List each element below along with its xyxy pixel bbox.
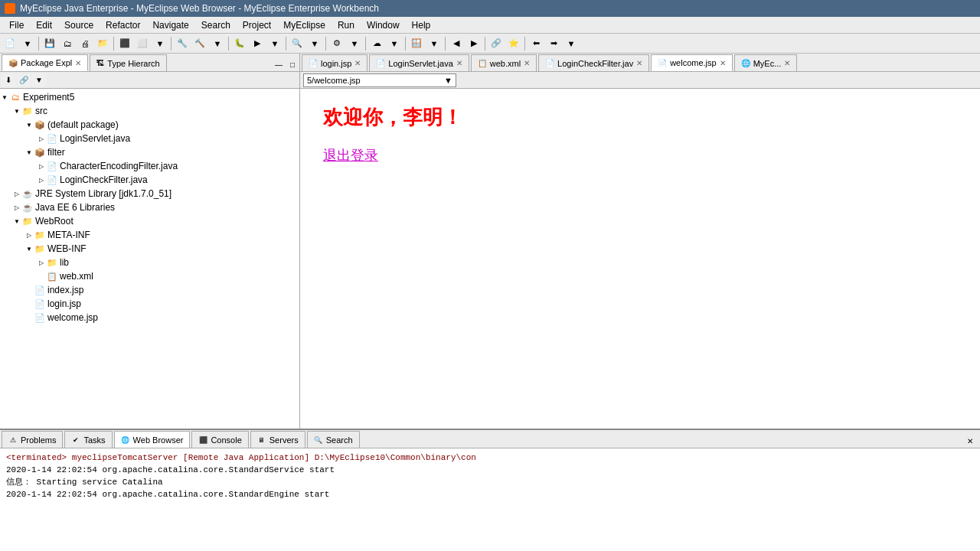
- menu-item-file[interactable]: File: [3, 18, 30, 32]
- toolbar-save[interactable]: 💾: [41, 35, 58, 52]
- tree-item[interactable]: ▷📄CharacterEncodingFilter.java: [0, 159, 299, 173]
- menu-item-search[interactable]: Search: [195, 18, 237, 32]
- path-dropdown[interactable]: 5/welcome.jsp ▼: [303, 73, 456, 87]
- tree-item[interactable]: ▷📁META-INF: [0, 228, 299, 242]
- tree-item[interactable]: ▼📁src: [0, 104, 299, 118]
- panel-view-menu-btn[interactable]: ▼: [32, 73, 46, 87]
- tree-arrow[interactable]: ▼: [12, 217, 21, 226]
- bottom-tab-web-browser[interactable]: 🌐Web Browser: [114, 431, 191, 448]
- menu-item-help[interactable]: Help: [406, 18, 437, 32]
- editor-tab-2[interactable]: 📋web.xml✕: [471, 54, 537, 71]
- toolbar-search2[interactable]: ▼: [306, 35, 323, 52]
- tree-item[interactable]: ▼📦filter: [0, 145, 299, 159]
- editor-tab-close-2[interactable]: ✕: [524, 59, 530, 67]
- bottom-tab-servers[interactable]: 🖥Servers: [250, 431, 305, 448]
- editor-tab-4[interactable]: 📄welcome.jsp✕: [651, 54, 733, 71]
- collapse-all-btn[interactable]: ⬇: [2, 73, 15, 87]
- toolbar-btn8[interactable]: ▼: [209, 35, 226, 52]
- toolbar-btn7[interactable]: 🔨: [191, 35, 208, 52]
- menu-item-project[interactable]: Project: [237, 18, 277, 32]
- tree-arrow[interactable]: ▼: [24, 244, 34, 253]
- editor-tab-close-1[interactable]: ✕: [456, 59, 462, 67]
- logout-link[interactable]: 退出登录: [323, 146, 957, 165]
- menu-item-edit[interactable]: Edit: [30, 18, 58, 32]
- toolbar-perspective[interactable]: 🪟: [408, 35, 425, 52]
- tab-type-hierarchy[interactable]: 🏗 Type Hierarch: [90, 54, 166, 71]
- tree-arrow[interactable]: ▼: [0, 93, 9, 102]
- toolbar-btn3[interactable]: ⬛: [116, 35, 133, 52]
- toolbar-save-all[interactable]: 🗂: [59, 35, 76, 52]
- tree-arrow[interactable]: ▷: [37, 175, 46, 184]
- toolbar-new2[interactable]: ▼: [19, 35, 36, 52]
- toolbar-deploy2[interactable]: ▼: [386, 35, 403, 52]
- tree-item[interactable]: ▼📁WEB-INF: [0, 242, 299, 256]
- toolbar-new[interactable]: 📄: [2, 35, 18, 52]
- tree-item[interactable]: ▼🗂Experiment5: [0, 90, 299, 104]
- tree-item[interactable]: 📄login.jsp: [0, 297, 299, 311]
- tree-arrow[interactable]: ▷: [24, 230, 34, 240]
- tree-arrow[interactable]: ▼: [12, 106, 21, 116]
- editor-tab-1[interactable]: 📄LoginServlet.java✕: [369, 54, 469, 71]
- tree-item[interactable]: 📄welcome.jsp: [0, 311, 299, 324]
- menu-item-navigate[interactable]: Navigate: [146, 18, 194, 32]
- toolbar-extra3[interactable]: ⬅: [528, 35, 544, 52]
- tree-arrow[interactable]: ▼: [24, 148, 34, 157]
- editor-tab-0[interactable]: 📄login.jsp✕: [302, 54, 368, 71]
- toolbar-search[interactable]: 🔍: [289, 35, 305, 52]
- tree-item[interactable]: ▷📄LoginServlet.java: [0, 132, 299, 145]
- toolbar-extra5[interactable]: ▼: [563, 35, 580, 52]
- tree-item[interactable]: 📋web.xml: [0, 269, 299, 283]
- toolbar-run2[interactable]: ▼: [266, 35, 283, 52]
- tree-item[interactable]: 📄index.jsp: [0, 283, 299, 297]
- bottom-tab-search[interactable]: 🔍Search: [307, 431, 360, 448]
- toolbar-debug[interactable]: 🐛: [231, 35, 248, 52]
- toolbar-extra1[interactable]: 🔗: [488, 35, 505, 52]
- toolbar-extra2[interactable]: ⭐: [505, 35, 522, 52]
- tree-arrow[interactable]: ▷: [37, 161, 46, 171]
- editor-tab-close-3[interactable]: ✕: [636, 59, 642, 67]
- tree-item[interactable]: ▷📁lib: [0, 256, 299, 269]
- tree-arrow[interactable]: ▷: [37, 258, 46, 267]
- bottom-minimize-btn[interactable]: ✕: [963, 434, 977, 448]
- menu-item-source[interactable]: Source: [58, 18, 100, 32]
- toolbar-deploy[interactable]: ☁: [368, 35, 385, 52]
- toolbar-git[interactable]: ⚙: [328, 35, 345, 52]
- toolbar-extra4[interactable]: ➡: [545, 35, 562, 52]
- editor-tab-3[interactable]: 📄LoginCheckFilter.jav✕: [538, 54, 649, 71]
- toolbar-btn6[interactable]: 🔧: [174, 35, 191, 52]
- toolbar-open[interactable]: 📁: [94, 35, 111, 52]
- toolbar-btn5[interactable]: ▼: [152, 35, 168, 52]
- menu-item-refactor[interactable]: Refactor: [100, 18, 146, 32]
- tree-arrow[interactable]: ▼: [24, 120, 34, 129]
- editor-tab-close-4[interactable]: ✕: [720, 59, 726, 67]
- menu-item-myeclipse[interactable]: MyEclipse: [277, 18, 332, 32]
- tree-item[interactable]: ▼📦(default package): [0, 118, 299, 132]
- toolbar-perspective2[interactable]: ▼: [426, 35, 443, 52]
- maximize-panel-btn[interactable]: □: [286, 57, 299, 71]
- editor-tab-close-5[interactable]: ✕: [784, 59, 790, 67]
- tree-item[interactable]: ▷📄LoginCheckFilter.java: [0, 173, 299, 187]
- toolbar-git2[interactable]: ▼: [346, 35, 363, 52]
- bottom-tab-tasks[interactable]: ✔Tasks: [64, 431, 112, 448]
- tree-item[interactable]: ▷☕JRE System Library [jdk1.7.0_51]: [0, 187, 299, 201]
- tree-arrow[interactable]: ▷: [12, 203, 21, 212]
- toolbar-btn4[interactable]: ⬜: [134, 35, 151, 52]
- toolbar-run[interactable]: ▶: [249, 35, 266, 52]
- tree-item[interactable]: ▷☕Java EE 6 Libraries: [0, 201, 299, 214]
- editor-tab-5[interactable]: 🌐MyEc...✕: [734, 54, 798, 71]
- minimize-panel-btn[interactable]: —: [272, 57, 286, 71]
- editor-tab-close-0[interactable]: ✕: [354, 59, 361, 67]
- menu-item-run[interactable]: Run: [332, 18, 361, 32]
- toolbar-back[interactable]: ◀: [448, 35, 465, 52]
- tree-item[interactable]: ▼📁WebRoot: [0, 214, 299, 228]
- toolbar-forward[interactable]: ▶: [466, 35, 482, 52]
- link-editor-btn[interactable]: 🔗: [17, 73, 31, 87]
- tab-package-explorer-close[interactable]: ✕: [75, 59, 81, 67]
- bottom-tab-console[interactable]: ⬛Console: [191, 431, 248, 448]
- bottom-tab-problems[interactable]: ⚠Problems: [2, 431, 63, 448]
- tree-arrow[interactable]: ▷: [37, 134, 46, 143]
- menu-item-window[interactable]: Window: [361, 18, 406, 32]
- tree-arrow[interactable]: ▷: [12, 189, 21, 198]
- tab-package-explorer[interactable]: 📦 Package Expl ✕: [2, 54, 88, 71]
- toolbar-print[interactable]: 🖨: [77, 35, 93, 52]
